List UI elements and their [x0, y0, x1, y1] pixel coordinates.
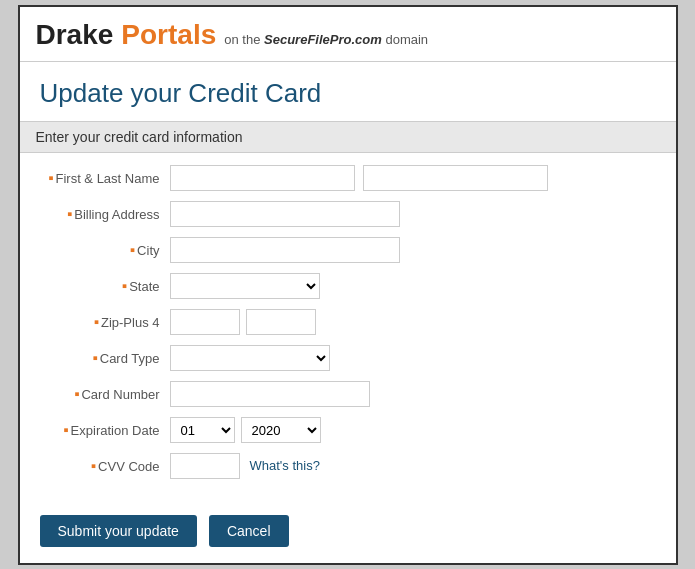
state-select[interactable]: ALAKAZAR CACOCTDE FLGAHIID ILINIAKS KYLA…	[170, 273, 320, 299]
cvv-row: ▪CVV Code What's this?	[40, 453, 656, 479]
cvv-label: ▪CVV Code	[40, 457, 170, 474]
city-label: ▪City	[40, 241, 170, 258]
form-section-header: Enter your credit card information	[20, 121, 676, 153]
required-indicator: ▪	[91, 457, 96, 474]
state-label: ▪State	[40, 277, 170, 294]
card-type-row: ▪Card Type Visa MasterCard American Expr…	[40, 345, 656, 371]
form-body: ▪First & Last Name ▪Billing Address ▪Cit…	[20, 153, 676, 505]
name-inputs	[170, 165, 548, 191]
cvv-input[interactable]	[170, 453, 240, 479]
first-last-name-row: ▪First & Last Name	[40, 165, 656, 191]
card-number-row: ▪Card Number	[40, 381, 656, 407]
required-indicator: ▪	[122, 277, 127, 294]
logo-drake: Drake	[36, 19, 114, 51]
zip-label: ▪Zip-Plus 4	[40, 313, 170, 330]
page-container: DrakePortals on the SecureFilePro.com do…	[18, 5, 678, 565]
expiration-month-select[interactable]: 010203040506070809101112	[170, 417, 235, 443]
expiration-year-select[interactable]: 2020202120222023202420252026202720282029…	[241, 417, 321, 443]
card-type-label: ▪Card Type	[40, 349, 170, 366]
required-indicator: ▪	[48, 169, 53, 186]
whats-this-link[interactable]: What's this?	[250, 458, 320, 473]
card-number-input[interactable]	[170, 381, 370, 407]
zip-row: ▪Zip-Plus 4	[40, 309, 656, 335]
zip-plus4-input[interactable]	[246, 309, 316, 335]
city-row: ▪City	[40, 237, 656, 263]
billing-address-row: ▪Billing Address	[40, 201, 656, 227]
required-indicator: ▪	[94, 313, 99, 330]
required-indicator: ▪	[67, 205, 72, 222]
tagline-suffix: domain	[382, 32, 428, 47]
button-row: Submit your update Cancel	[20, 505, 676, 563]
last-name-input[interactable]	[363, 165, 548, 191]
required-indicator: ▪	[74, 385, 79, 402]
first-last-name-label: ▪First & Last Name	[40, 169, 170, 186]
first-name-input[interactable]	[170, 165, 355, 191]
card-number-label: ▪Card Number	[40, 385, 170, 402]
header: DrakePortals on the SecureFilePro.com do…	[20, 7, 676, 62]
required-indicator: ▪	[63, 421, 68, 438]
required-indicator: ▪	[130, 241, 135, 258]
required-indicator: ▪	[92, 349, 97, 366]
cancel-button[interactable]: Cancel	[209, 515, 289, 547]
billing-address-input[interactable]	[170, 201, 400, 227]
billing-address-label: ▪Billing Address	[40, 205, 170, 222]
zip-input[interactable]	[170, 309, 240, 335]
expiration-inputs: 010203040506070809101112 202020212022202…	[170, 417, 321, 443]
submit-button[interactable]: Submit your update	[40, 515, 197, 547]
logo-tagline: on the SecureFilePro.com domain	[224, 32, 428, 47]
city-input[interactable]	[170, 237, 400, 263]
logo-portals: Portals	[121, 19, 216, 51]
expiration-date-row: ▪Expiration Date 01020304050607080910111…	[40, 417, 656, 443]
expiration-date-label: ▪Expiration Date	[40, 421, 170, 438]
tagline-domain: SecureFilePro.com	[264, 32, 382, 47]
cvv-inputs: What's this?	[170, 453, 320, 479]
page-title: Update your Credit Card	[20, 62, 676, 121]
state-row: ▪State ALAKAZAR CACOCTDE FLGAHIID ILINIA…	[40, 273, 656, 299]
card-type-select[interactable]: Visa MasterCard American Express Discove…	[170, 345, 330, 371]
tagline-prefix: on the	[224, 32, 264, 47]
